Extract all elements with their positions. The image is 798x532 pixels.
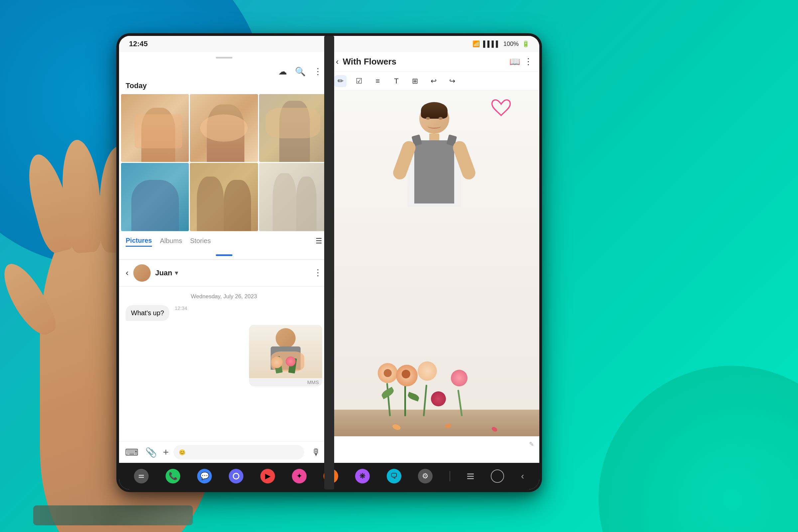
samsung-app-icon[interactable] xyxy=(229,469,243,483)
undo-icon[interactable]: ↩ xyxy=(428,75,440,87)
edit-icon: ✎ xyxy=(529,440,534,448)
notes-title: With Flowers xyxy=(343,57,506,67)
phone-app-icon[interactable]: 📞 xyxy=(166,469,180,483)
gallery-section: ☁ 🔍 ⋮ Today xyxy=(119,52,329,260)
add-attachment-button[interactable]: + xyxy=(163,446,169,458)
photo-3[interactable] xyxy=(259,94,327,162)
person-head xyxy=(407,104,461,207)
wifi-icon: 📶 xyxy=(473,40,480,48)
flowers-area xyxy=(374,363,474,416)
search-icon[interactable]: 🔍 xyxy=(295,66,306,77)
pen-tool-icon[interactable]: ✏ xyxy=(335,75,346,87)
messages-body: Wednesday, July 26, 2023 What's up? 12:3… xyxy=(119,287,329,441)
messages-more-icon[interactable]: ⋮ xyxy=(314,268,322,278)
app3-icon[interactable]: ❋ xyxy=(355,469,370,483)
home-button[interactable] xyxy=(491,470,504,483)
messages-app-icon[interactable]: 💬 xyxy=(197,469,212,483)
attachment-icon[interactable]: 📎 xyxy=(144,445,158,459)
sent-image-message[interactable]: MMS xyxy=(249,325,322,386)
emoji-icon[interactable]: 😊 xyxy=(179,449,186,456)
notes-image-area xyxy=(329,91,539,436)
message-time: 12:34 xyxy=(174,305,187,311)
messages-section: ‹ Juan ▾ ⋮ Wednesday, Ju xyxy=(119,260,329,463)
message-input[interactable]: 😊 xyxy=(174,445,304,459)
today-label: Today xyxy=(119,81,329,94)
received-message: What's up? 12:34 xyxy=(126,305,322,321)
settings-app-icon[interactable]: ⚙ xyxy=(418,469,433,483)
photo-2[interactable] xyxy=(190,94,258,162)
status-icons: 📶 ▌▌▌▌ 100% 🔋 xyxy=(473,40,529,48)
checkbox-tool-icon[interactable]: ☑ xyxy=(353,75,365,87)
phone-device: 12:45 📶 ▌▌▌▌ 100% 🔋 xyxy=(116,33,542,492)
book-icon[interactable]: 📖 xyxy=(509,57,520,67)
status-time: 12:45 xyxy=(129,40,148,48)
notes-more-icon[interactable]: ⋮ xyxy=(524,57,533,67)
image-tool-icon[interactable]: ⊞ xyxy=(409,75,421,87)
florist-scene xyxy=(329,91,539,436)
more-icon[interactable]: ⋮ xyxy=(314,66,322,77)
right-panel: ‹ With Flowers 📖 ⋮ ✏ ☑ ≡ T ⊞ ↩ ↪ xyxy=(329,52,539,463)
youtube-app-icon[interactable]: ▶ xyxy=(260,469,275,483)
messages-back-button[interactable]: ‹ xyxy=(126,268,129,278)
notes-back-button[interactable]: ‹ xyxy=(336,57,339,67)
gallery-tabs: Pictures Albums Stories ☰ xyxy=(119,231,329,249)
message-text: What's up? xyxy=(126,305,169,321)
notes-header: ‹ With Flowers 📖 ⋮ xyxy=(329,52,539,72)
contact-avatar xyxy=(133,264,151,282)
tab-pictures[interactable]: Pictures xyxy=(126,235,152,247)
strikethrough-tool-icon[interactable]: ≡ xyxy=(372,75,384,87)
app1-icon[interactable]: ✦ xyxy=(292,469,307,483)
messages-input-bar: ⌨ 📎 + 😊 🎙 xyxy=(119,441,329,463)
cloud-icon[interactable]: ☁ xyxy=(278,66,287,77)
left-panel: ☁ 🔍 ⋮ Today xyxy=(119,52,329,463)
photo-4[interactable] xyxy=(121,163,189,231)
contact-name: Juan ▾ xyxy=(155,269,178,277)
mms-label: MMS xyxy=(249,378,322,386)
battery-label: 100% xyxy=(504,41,519,48)
phone-hinge xyxy=(324,36,334,490)
notes-text-area[interactable]: ✎ xyxy=(329,436,539,463)
messages-header: ‹ Juan ▾ ⋮ xyxy=(119,260,329,287)
notes-content: ✎ xyxy=(329,91,539,463)
tab-albums[interactable]: Albums xyxy=(160,236,182,246)
photo-5[interactable] xyxy=(190,163,258,231)
chat-app-icon[interactable]: 🗨 xyxy=(387,469,401,483)
back-button[interactable]: ‹ xyxy=(521,471,524,481)
battery-icon: 🔋 xyxy=(522,40,529,48)
photo-grid xyxy=(119,94,329,231)
text-tool-icon[interactable]: T xyxy=(391,75,402,87)
heart-doodle xyxy=(490,99,513,120)
notes-toolbar: ✏ ☑ ≡ T ⊞ ↩ ↪ xyxy=(329,72,539,91)
message-image xyxy=(249,325,322,378)
keyboard-icon[interactable]: ⌨ xyxy=(125,445,139,459)
tab-stories[interactable]: Stories xyxy=(190,236,211,246)
voice-icon[interactable]: 🎙 xyxy=(309,445,324,459)
recents-apps-icon xyxy=(134,469,149,483)
photo-6[interactable] xyxy=(259,163,327,231)
contact-chevron-icon[interactable]: ▾ xyxy=(175,269,178,277)
nav-separator xyxy=(450,471,450,481)
recents-button[interactable] xyxy=(467,474,474,479)
photo-1[interactable] xyxy=(121,94,189,162)
signal-icon: ▌▌▌▌ xyxy=(483,41,500,48)
message-date: Wednesday, July 26, 2023 xyxy=(126,293,322,300)
gallery-toolbar: ☁ 🔍 ⋮ xyxy=(119,62,329,81)
gallery-menu-icon[interactable]: ☰ xyxy=(316,237,322,245)
redo-icon[interactable]: ↪ xyxy=(446,75,458,87)
